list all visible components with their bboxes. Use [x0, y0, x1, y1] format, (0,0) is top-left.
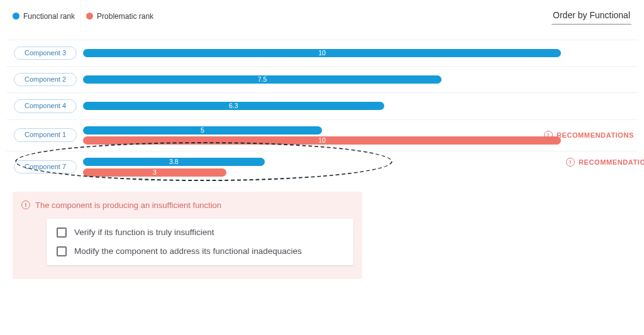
checkbox-icon[interactable]	[57, 228, 67, 238]
recommendations-label: RECOMMENDATIONS	[557, 131, 634, 139]
recommendations-tag[interactable]: !RECOMMENDATIONS	[566, 158, 644, 167]
legend-item-functional[interactable]: Functional rank	[13, 12, 75, 21]
bars-column: 3.8!RECOMMENDATIONS3	[83, 158, 644, 177]
recommendations-label: RECOMMENDATIONS	[579, 158, 644, 166]
chart-header: Functional rank Problematic rank Order b…	[6, 8, 638, 30]
checkbox-icon[interactable]	[57, 246, 67, 256]
component-pill[interactable]: Component 4	[14, 99, 77, 113]
component-pill[interactable]: Component 1	[14, 128, 77, 141]
chart-row-inner: Component 46.3	[6, 92, 638, 119]
legend-item-problematic[interactable]: Problematic rank	[86, 12, 153, 21]
component-pill[interactable]: Component 2	[14, 73, 77, 86]
chart-rows: Component 310Component 27.5Component 46.…	[6, 30, 638, 183]
bars-column: 7.5	[83, 75, 630, 84]
recommendations-panel: ! The component is producing an insuffic…	[13, 192, 362, 279]
alert-icon: !	[21, 200, 30, 209]
recommendations-card: Verify if its function is truly insuffic…	[47, 219, 353, 265]
chart-row: Component 310	[6, 40, 638, 66]
recommendations-tag[interactable]: !RECOMMENDATIONS	[544, 131, 634, 140]
bars-column: 6.3	[83, 102, 630, 110]
recommendation-item[interactable]: Verify if its function is truly insuffic…	[57, 228, 343, 238]
panel-title-text: The component is producing an insufficie…	[35, 200, 221, 210]
alert-icon: !	[544, 131, 553, 140]
recommendation-item[interactable]: Modify the component to address its func…	[57, 246, 343, 256]
functional-bar[interactable]: 6.3	[83, 102, 384, 110]
chart-row: Component 46.3	[6, 92, 638, 119]
component-pill[interactable]: Component 3	[14, 47, 77, 60]
chart-row-inner: Component 73.8!RECOMMENDATIONS3	[6, 151, 638, 183]
functional-bar[interactable]: 7.5	[83, 75, 441, 84]
legend-dot-functional	[13, 13, 19, 19]
problematic-bar[interactable]: 3	[83, 168, 226, 177]
legend: Functional rank Problematic rank	[13, 12, 153, 21]
functional-bar[interactable]: 3.8	[83, 158, 265, 166]
chart-row: Component 27.5	[6, 66, 638, 92]
bars-column: 10	[83, 49, 630, 57]
legend-dot-problematic	[86, 13, 93, 19]
chart-row-inner: Component 310	[6, 40, 638, 66]
chart-row: Component 73.8!RECOMMENDATIONS3	[6, 151, 638, 183]
legend-label-problematic: Problematic rank	[97, 12, 153, 21]
functional-bar[interactable]: 10	[83, 49, 561, 57]
chart-row-inner: Component 1510!RECOMMENDATIONS	[6, 119, 638, 151]
component-pill[interactable]: Component 7	[14, 160, 77, 173]
panel-title-row: ! The component is producing an insuffic…	[21, 200, 353, 210]
problematic-bar[interactable]: 10	[83, 136, 561, 145]
recommendation-text: Verify if its function is truly insuffic…	[74, 228, 214, 237]
chart-row: Component 1510!RECOMMENDATIONS	[6, 119, 638, 151]
order-by-label: Order by Functional	[553, 10, 630, 20]
functional-bar[interactable]: 5	[83, 126, 322, 135]
legend-label-functional: Functional rank	[23, 12, 75, 21]
chart-row-inner: Component 27.5	[6, 66, 638, 92]
recommendation-text: Modify the component to address its func…	[74, 246, 302, 256]
order-by-selector[interactable]: Order by Functional	[552, 8, 631, 25]
alert-icon: !	[566, 158, 575, 167]
